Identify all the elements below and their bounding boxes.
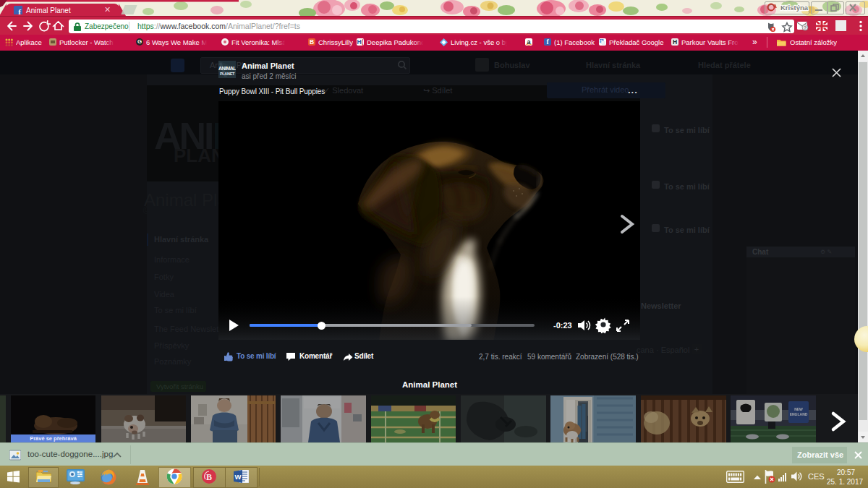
svg-text:W: W [235, 473, 242, 481]
svg-text:NEW: NEW [794, 407, 803, 411]
svg-text:ANIMAL: ANIMAL [218, 66, 236, 71]
svg-text:文: 文 [599, 39, 603, 43]
svg-text:PLANET: PLANET [220, 72, 235, 76]
svg-text:B: B [206, 472, 212, 482]
svg-text:f: f [18, 7, 21, 14]
svg-text:?: ? [804, 25, 807, 30]
svg-text:ENGLAND: ENGLAND [790, 412, 808, 416]
svg-text:Kristýna: Kristýna [780, 4, 809, 12]
